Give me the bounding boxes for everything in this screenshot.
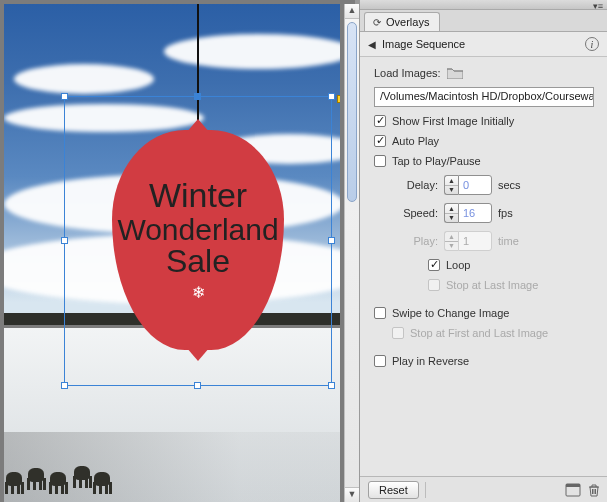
speed-input[interactable] — [458, 203, 492, 223]
panel-breadcrumb: ◀ Image Sequence i — [360, 32, 607, 57]
handle-bottom-right[interactable] — [328, 382, 335, 389]
handle-top-middle[interactable] — [194, 93, 201, 100]
delay-down-icon[interactable]: ▼ — [445, 186, 458, 195]
handle-top-left[interactable] — [61, 93, 68, 100]
canvas-scrollbar[interactable]: ▲ ▼ — [344, 4, 359, 502]
trash-icon[interactable] — [587, 483, 601, 497]
breadcrumb-label: Image Sequence — [382, 38, 465, 50]
handle-mid-left[interactable] — [61, 237, 68, 244]
preview-icon[interactable] — [565, 483, 581, 497]
speed-stepper[interactable]: ▲▼ — [444, 203, 492, 223]
play-up-icon: ▲ — [445, 232, 458, 242]
panel-grip[interactable]: ▾≡ — [360, 0, 607, 10]
reverse-checkbox[interactable] — [374, 355, 386, 367]
speed-unit: fps — [498, 207, 513, 219]
info-icon[interactable]: i — [585, 37, 599, 51]
svg-rect-1 — [566, 484, 580, 487]
loop-checkbox[interactable] — [428, 259, 440, 271]
footer-separator — [425, 482, 426, 498]
scroll-down-arrow[interactable]: ▼ — [345, 487, 359, 502]
tap-checkbox[interactable] — [374, 155, 386, 167]
load-images-label: Load Images: — [374, 67, 441, 79]
play-input — [458, 231, 492, 251]
scroll-up-arrow[interactable]: ▲ — [345, 4, 359, 19]
scroll-thumb[interactable] — [347, 22, 357, 202]
refresh-icon: ⟳ — [373, 17, 381, 28]
canvas-area: Winter Wonderland Sale ❄ ▲ ▼ — [0, 0, 355, 502]
swipe-label: Swipe to Change Image — [392, 307, 509, 319]
overlays-panel: ▾≡ ⟳ Overlays ◀ Image Sequence i Load Im… — [359, 0, 607, 502]
panel-body: Load Images: /Volumes/Macintosh HD/Dropb… — [360, 57, 607, 476]
speed-down-icon[interactable]: ▼ — [445, 214, 458, 223]
delay-stepper[interactable]: ▲▼ — [444, 175, 492, 195]
speed-label: Speed: — [392, 207, 438, 219]
sled-dogs — [4, 446, 110, 496]
handle-mid-right[interactable] — [328, 237, 335, 244]
selection-frame[interactable] — [64, 96, 332, 386]
content-grabber[interactable] — [337, 95, 340, 103]
tab-label: Overlays — [386, 16, 429, 28]
show-first-label: Show First Image Initially — [392, 115, 514, 127]
delay-label: Delay: — [392, 179, 438, 191]
loop-label: Loop — [446, 259, 470, 271]
stop-last-label: Stop at Last Image — [446, 279, 538, 291]
autoplay-label: Auto Play — [392, 135, 439, 147]
images-path-field[interactable]: /Volumes/Macintosh HD/Dropbox/Courseware… — [374, 87, 594, 107]
panel-tabbar: ⟳ Overlays — [360, 10, 607, 32]
stop-last-checkbox — [428, 279, 440, 291]
handle-top-right[interactable] — [328, 93, 335, 100]
swipe-checkbox[interactable] — [374, 307, 386, 319]
folder-icon[interactable] — [447, 67, 463, 79]
play-stepper: ▲▼ — [444, 231, 492, 251]
panel-footer: Reset — [360, 476, 607, 502]
delay-input[interactable] — [458, 175, 492, 195]
back-button[interactable]: ◀ Image Sequence — [368, 38, 465, 50]
handle-bottom-middle[interactable] — [194, 382, 201, 389]
delay-unit: secs — [498, 179, 521, 191]
show-first-checkbox[interactable] — [374, 115, 386, 127]
play-unit: time — [498, 235, 519, 247]
reset-button[interactable]: Reset — [368, 481, 419, 499]
delay-up-icon[interactable]: ▲ — [445, 176, 458, 186]
stop-first-last-label: Stop at First and Last Image — [410, 327, 548, 339]
tap-label: Tap to Play/Pause — [392, 155, 481, 167]
handle-bottom-left[interactable] — [61, 382, 68, 389]
speed-up-icon[interactable]: ▲ — [445, 204, 458, 214]
document-canvas[interactable]: Winter Wonderland Sale ❄ — [4, 4, 340, 502]
autoplay-checkbox[interactable] — [374, 135, 386, 147]
play-label: Play: — [392, 235, 438, 247]
stop-first-last-checkbox — [392, 327, 404, 339]
panel-flyout-icon[interactable]: ▾≡ — [593, 1, 603, 11]
back-triangle-icon: ◀ — [368, 39, 376, 50]
reverse-label: Play in Reverse — [392, 355, 469, 367]
play-down-icon: ▼ — [445, 242, 458, 251]
tab-overlays[interactable]: ⟳ Overlays — [364, 12, 440, 31]
